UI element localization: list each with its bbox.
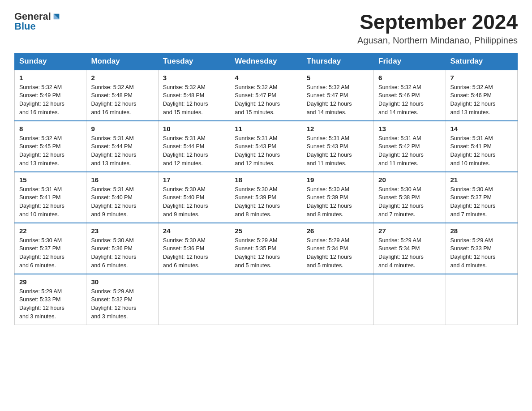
day-number: 29 [19,278,82,286]
page-header: General Blue September 2024 Agusan, Nort… [14,11,518,46]
calendar-cell: 24Sunrise: 5:30 AMSunset: 5:36 PMDayligh… [158,223,230,274]
calendar-cell [446,274,517,325]
calendar-cell: 12Sunrise: 5:31 AMSunset: 5:43 PMDayligh… [302,121,373,172]
calendar-cell: 25Sunrise: 5:29 AMSunset: 5:35 PMDayligh… [230,223,302,274]
day-number: 15 [19,176,82,184]
page-title: September 2024 [357,11,518,34]
title-block: September 2024 Agusan, Northern Mindanao… [357,11,518,46]
day-number: 3 [163,74,225,81]
day-info: Sunrise: 5:31 AMSunset: 5:43 PMDaylight:… [235,134,297,168]
col-saturday: Saturday [446,53,517,70]
day-info: Sunrise: 5:31 AMSunset: 5:41 PMDaylight:… [19,185,82,219]
calendar-cell: 13Sunrise: 5:31 AMSunset: 5:42 PMDayligh… [374,121,446,172]
calendar-cell: 26Sunrise: 5:29 AMSunset: 5:34 PMDayligh… [302,223,373,274]
day-number: 21 [450,176,513,184]
day-info: Sunrise: 5:30 AMSunset: 5:36 PMDaylight:… [163,236,225,270]
calendar-cell: 17Sunrise: 5:30 AMSunset: 5:40 PMDayligh… [158,172,230,223]
logo: General Blue [14,11,62,32]
calendar-cell: 1Sunrise: 5:32 AMSunset: 5:49 PMDaylight… [15,70,86,121]
day-number: 11 [235,125,297,133]
col-wednesday: Wednesday [230,53,302,70]
day-info: Sunrise: 5:30 AMSunset: 5:37 PMDaylight:… [450,185,513,219]
day-number: 6 [378,74,441,81]
day-number: 14 [450,125,513,133]
day-number: 16 [91,176,153,184]
calendar-body: 1Sunrise: 5:32 AMSunset: 5:49 PMDaylight… [15,70,518,325]
day-number: 23 [91,227,153,235]
day-number: 17 [163,176,225,184]
col-thursday: Thursday [302,53,373,70]
col-tuesday: Tuesday [158,53,230,70]
calendar-cell: 11Sunrise: 5:31 AMSunset: 5:43 PMDayligh… [230,121,302,172]
day-info: Sunrise: 5:30 AMSunset: 5:37 PMDaylight:… [19,236,82,270]
day-info: Sunrise: 5:32 AMSunset: 5:49 PMDaylight:… [19,83,82,117]
day-info: Sunrise: 5:29 AMSunset: 5:33 PMDaylight:… [19,287,82,321]
calendar-cell: 2Sunrise: 5:32 AMSunset: 5:48 PMDaylight… [86,70,158,121]
calendar-cell: 8Sunrise: 5:32 AMSunset: 5:45 PMDaylight… [15,121,86,172]
day-info: Sunrise: 5:30 AMSunset: 5:39 PMDaylight:… [235,185,297,219]
calendar-cell: 19Sunrise: 5:30 AMSunset: 5:39 PMDayligh… [302,172,373,223]
week-row-3: 15Sunrise: 5:31 AMSunset: 5:41 PMDayligh… [15,172,518,223]
calendar-cell: 29Sunrise: 5:29 AMSunset: 5:33 PMDayligh… [15,274,86,325]
calendar-cell [374,274,446,325]
calendar-cell: 16Sunrise: 5:31 AMSunset: 5:40 PMDayligh… [86,172,158,223]
calendar-cell: 28Sunrise: 5:29 AMSunset: 5:33 PMDayligh… [446,223,517,274]
day-number: 8 [19,125,82,133]
day-info: Sunrise: 5:30 AMSunset: 5:36 PMDaylight:… [91,236,153,270]
day-info: Sunrise: 5:31 AMSunset: 5:44 PMDaylight:… [163,134,225,168]
day-number: 2 [91,74,153,81]
days-of-week-row: Sunday Monday Tuesday Wednesday Thursday… [15,53,518,70]
day-info: Sunrise: 5:29 AMSunset: 5:34 PMDaylight:… [378,236,441,270]
day-number: 25 [235,227,297,235]
day-info: Sunrise: 5:30 AMSunset: 5:39 PMDaylight:… [307,185,369,219]
col-sunday: Sunday [15,53,86,70]
page-subtitle: Agusan, Northern Mindanao, Philippines [357,35,518,46]
day-info: Sunrise: 5:32 AMSunset: 5:47 PMDaylight:… [235,83,297,117]
day-number: 4 [235,74,297,81]
day-number: 28 [450,227,513,235]
day-number: 18 [235,176,297,184]
day-number: 7 [450,74,513,81]
day-info: Sunrise: 5:29 AMSunset: 5:32 PMDaylight:… [91,287,153,321]
col-friday: Friday [374,53,446,70]
day-number: 20 [378,176,441,184]
calendar-cell [230,274,302,325]
calendar-cell: 4Sunrise: 5:32 AMSunset: 5:47 PMDaylight… [230,70,302,121]
calendar-cell: 22Sunrise: 5:30 AMSunset: 5:37 PMDayligh… [15,223,86,274]
calendar-table: Sunday Monday Tuesday Wednesday Thursday… [14,53,518,325]
day-number: 13 [378,125,441,133]
week-row-1: 1Sunrise: 5:32 AMSunset: 5:49 PMDaylight… [15,70,518,121]
calendar-cell: 23Sunrise: 5:30 AMSunset: 5:36 PMDayligh… [86,223,158,274]
day-info: Sunrise: 5:31 AMSunset: 5:41 PMDaylight:… [450,134,513,168]
day-info: Sunrise: 5:31 AMSunset: 5:40 PMDaylight:… [91,185,153,219]
calendar-cell: 21Sunrise: 5:30 AMSunset: 5:37 PMDayligh… [446,172,517,223]
day-number: 24 [163,227,225,235]
day-info: Sunrise: 5:31 AMSunset: 5:43 PMDaylight:… [307,134,369,168]
day-number: 5 [307,74,369,81]
calendar-cell: 14Sunrise: 5:31 AMSunset: 5:41 PMDayligh… [446,121,517,172]
calendar-cell: 20Sunrise: 5:30 AMSunset: 5:38 PMDayligh… [374,172,446,223]
calendar-cell: 27Sunrise: 5:29 AMSunset: 5:34 PMDayligh… [374,223,446,274]
day-info: Sunrise: 5:29 AMSunset: 5:33 PMDaylight:… [450,236,513,270]
day-info: Sunrise: 5:32 AMSunset: 5:45 PMDaylight:… [19,134,82,168]
day-info: Sunrise: 5:30 AMSunset: 5:40 PMDaylight:… [163,185,225,219]
calendar-cell [302,274,373,325]
day-info: Sunrise: 5:32 AMSunset: 5:48 PMDaylight:… [163,83,225,117]
day-info: Sunrise: 5:32 AMSunset: 5:46 PMDaylight:… [450,83,513,117]
calendar-cell: 5Sunrise: 5:32 AMSunset: 5:47 PMDaylight… [302,70,373,121]
day-info: Sunrise: 5:31 AMSunset: 5:42 PMDaylight:… [378,134,441,168]
day-info: Sunrise: 5:31 AMSunset: 5:44 PMDaylight:… [91,134,153,168]
day-info: Sunrise: 5:29 AMSunset: 5:34 PMDaylight:… [307,236,369,270]
calendar-header: Sunday Monday Tuesday Wednesday Thursday… [15,53,518,70]
week-row-2: 8Sunrise: 5:32 AMSunset: 5:45 PMDaylight… [15,121,518,172]
calendar-cell: 18Sunrise: 5:30 AMSunset: 5:39 PMDayligh… [230,172,302,223]
day-number: 9 [91,125,153,133]
calendar-cell: 10Sunrise: 5:31 AMSunset: 5:44 PMDayligh… [158,121,230,172]
calendar-cell: 30Sunrise: 5:29 AMSunset: 5:32 PMDayligh… [86,274,158,325]
calendar-cell: 6Sunrise: 5:32 AMSunset: 5:46 PMDaylight… [374,70,446,121]
day-number: 27 [378,227,441,235]
day-info: Sunrise: 5:30 AMSunset: 5:38 PMDaylight:… [378,185,441,219]
day-info: Sunrise: 5:29 AMSunset: 5:35 PMDaylight:… [235,236,297,270]
day-number: 30 [91,278,153,286]
day-number: 22 [19,227,82,235]
